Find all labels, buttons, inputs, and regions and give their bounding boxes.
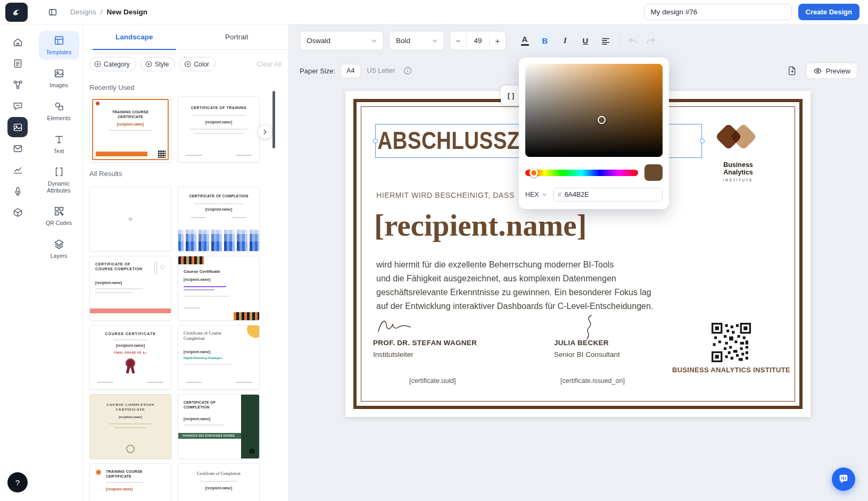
redo-button[interactable] bbox=[643, 32, 659, 50]
eye-icon bbox=[813, 67, 822, 75]
signer2-role[interactable]: Senior BI Consultant bbox=[554, 350, 620, 358]
template-thumbnail[interactable]: Certificate of Course Completion [recipi… bbox=[178, 325, 260, 390]
resize-handle-left[interactable] bbox=[373, 139, 378, 144]
sidebar-item-text[interactable]: Text bbox=[39, 130, 79, 158]
app-logo[interactable] bbox=[5, 3, 28, 22]
images-icon bbox=[53, 68, 65, 79]
body-line: wird hiermit für die exzellente Beherrsc… bbox=[376, 258, 653, 272]
template-thumbnail[interactable]: CERTIFICATE OF COMPLETION [recipient.nam… bbox=[178, 394, 260, 459]
rail-pages-button[interactable] bbox=[7, 53, 28, 73]
paper-size-us-letter-button[interactable]: US Letter bbox=[367, 67, 395, 74]
filter-color[interactable]: Color bbox=[179, 57, 216, 71]
certificate-qr-code[interactable] bbox=[712, 323, 751, 362]
tab-portrait[interactable]: Portrait bbox=[186, 24, 288, 49]
color-mode-select[interactable]: HEX bbox=[525, 191, 548, 198]
support-chat-button[interactable] bbox=[832, 467, 855, 491]
blank-template-card[interactable]: + bbox=[89, 187, 171, 252]
recipient-name-placeholder[interactable]: [recipient.name] bbox=[374, 208, 586, 243]
certificate-body-text[interactable]: wird hiermit für die exzellente Beherrsc… bbox=[376, 258, 653, 313]
sidebar-item-dynamic-attributes[interactable]: Dynamic Attributes bbox=[39, 163, 79, 197]
font-size-value[interactable]: 49 bbox=[466, 31, 490, 50]
template-thumbnail[interactable]: TRAINING COURSE CERTIFICATE [recipient.n… bbox=[89, 96, 171, 163]
filter-category[interactable]: Category bbox=[89, 57, 136, 71]
rail-voice-button[interactable] bbox=[7, 181, 28, 201]
rail-feedback-button[interactable] bbox=[7, 96, 28, 116]
template-thumbnail[interactable]: TRAINING COURSE CERTIFICATE [recipient.n… bbox=[89, 463, 171, 501]
insert-dynamic-attribute-button[interactable]: [ ] bbox=[501, 86, 521, 105]
text-color-button[interactable]: A bbox=[516, 32, 534, 50]
bold-button[interactable]: B bbox=[536, 32, 554, 50]
rail-mail-button[interactable] bbox=[7, 138, 28, 158]
logo-name: Business Analytics bbox=[713, 161, 764, 176]
template-thumbnail[interactable]: CERTIFICATE OF COMPLETION [recipient.nam… bbox=[178, 187, 260, 252]
institute-logo[interactable]: Business Analytics INSTITUTE bbox=[713, 121, 764, 187]
organization-name[interactable]: BUSINESS ANALYTICS INSTITUTE bbox=[671, 365, 791, 374]
layers-icon bbox=[53, 238, 65, 250]
template-title: Certificate of Course Completion bbox=[184, 331, 235, 342]
underline-button[interactable]: U bbox=[576, 32, 594, 50]
create-design-button[interactable]: Create Design bbox=[798, 4, 859, 20]
increase-font-size-button[interactable]: + bbox=[490, 36, 506, 45]
template-thumbnail[interactable]: CERTIFICATE OF TRAINING [recipient.name] bbox=[178, 96, 260, 163]
signature-1[interactable] bbox=[375, 316, 412, 338]
elements-icon bbox=[53, 101, 65, 112]
filter-style[interactable]: Style bbox=[140, 57, 176, 71]
signer2-name[interactable]: JULIA BECKER bbox=[554, 339, 609, 347]
clear-all-filters[interactable]: Clear All bbox=[257, 61, 282, 68]
breadcrumb-parent[interactable]: Designs bbox=[70, 8, 96, 16]
sidebar-item-templates[interactable]: Templates bbox=[39, 31, 79, 60]
hex-input[interactable] bbox=[565, 191, 658, 198]
design-name-input[interactable] bbox=[644, 4, 792, 20]
panel-scrollbar[interactable] bbox=[272, 91, 275, 148]
rail-apps-button[interactable] bbox=[7, 202, 28, 222]
rail-home-button[interactable] bbox=[7, 32, 28, 52]
sidebar-item-layers[interactable]: Layers bbox=[39, 235, 79, 263]
preview-button[interactable]: Preview bbox=[806, 63, 857, 79]
undo-button[interactable] bbox=[625, 32, 641, 50]
sidebar-item-qr-codes[interactable]: QR Codes bbox=[39, 202, 79, 230]
certificate-issued-placeholder[interactable]: [certificate.issued_on] bbox=[560, 377, 625, 385]
rail-workflow-button[interactable] bbox=[7, 74, 28, 95]
template-thumbnail[interactable]: COURSE CERTIFICATE [recipient.name] FINA… bbox=[89, 325, 171, 390]
export-pdf-icon bbox=[787, 65, 798, 76]
home-icon bbox=[12, 37, 23, 48]
signer1-role[interactable]: Institutsleiter bbox=[373, 350, 414, 358]
scroll-recent-next-button[interactable] bbox=[258, 125, 272, 139]
template-thumbnail[interactable]: CERTIFICATE OF COURSE COMPLETION [recipi… bbox=[89, 256, 171, 321]
decrease-font-size-button[interactable]: − bbox=[450, 36, 466, 45]
template-thumbnail[interactable]: Course Certificate [recipient.name] bbox=[178, 256, 260, 321]
tab-landscape[interactable]: Landscape bbox=[83, 24, 186, 49]
help-button[interactable]: ? bbox=[7, 472, 28, 492]
sidebar-item-elements[interactable]: Elements bbox=[39, 97, 79, 126]
font-weight-select[interactable]: Bold bbox=[389, 31, 444, 51]
collapse-sidebar-button[interactable] bbox=[48, 7, 57, 17]
sidebar-item-images[interactable]: Images bbox=[39, 64, 79, 93]
paper-size-a4-button[interactable]: A4 bbox=[341, 64, 360, 78]
rail-media-button[interactable] bbox=[7, 117, 28, 137]
mail-icon bbox=[12, 143, 23, 154]
logo-diamond-dark bbox=[715, 123, 742, 151]
accent-band bbox=[96, 152, 147, 156]
rail-analytics-button[interactable] bbox=[7, 160, 28, 180]
paper-size-info-button[interactable] bbox=[403, 66, 412, 75]
certificate-uuid-placeholder[interactable]: [certificate.uuid] bbox=[409, 377, 456, 385]
template-grid: + CERTIFICATE OF COMPLETION [recipient.n… bbox=[83, 182, 288, 501]
text-align-button[interactable] bbox=[597, 32, 615, 50]
template-thumbnail[interactable]: Certificate of Completion [recipient.nam… bbox=[178, 463, 260, 501]
export-pdf-button[interactable] bbox=[787, 65, 798, 76]
hue-slider[interactable] bbox=[525, 170, 638, 176]
signer1-name[interactable]: PROF. DR. STEFAN WAGNER bbox=[373, 339, 477, 347]
template-title: COURSE CERTIFICATE bbox=[90, 331, 171, 336]
chat-icon bbox=[838, 473, 849, 485]
font-family-select[interactable]: Oswald bbox=[300, 31, 384, 51]
resize-handle-right[interactable] bbox=[700, 139, 705, 144]
certificate-intro-text[interactable]: HIERMIT WIRD BESCHEINIGT, DASS bbox=[376, 191, 515, 199]
template-title: CERTIFICATE OF COMPLETION bbox=[184, 400, 224, 410]
canvas-actions: Preview bbox=[787, 63, 857, 79]
saturation-brightness-area[interactable] bbox=[525, 64, 663, 157]
filter-label: Color bbox=[194, 61, 209, 68]
color-cursor[interactable] bbox=[598, 116, 606, 124]
hue-slider-thumb[interactable] bbox=[530, 169, 538, 177]
italic-button[interactable]: I bbox=[556, 32, 574, 50]
template-thumbnail[interactable]: COURSE COMPLETION CERTIFICATE [recipient… bbox=[89, 394, 171, 459]
